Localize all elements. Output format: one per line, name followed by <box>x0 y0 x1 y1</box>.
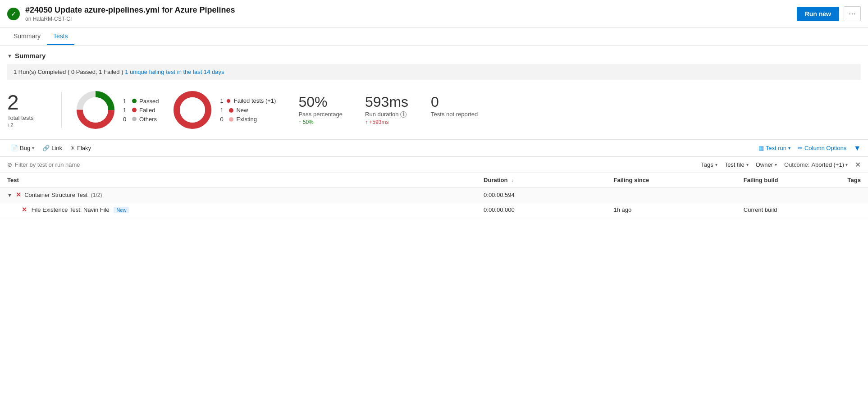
others-label: Others <box>139 116 157 123</box>
passed-label: Passed <box>139 98 159 105</box>
table-header-row: Test Duration ↓ Failing since Failing bu… <box>0 173 868 187</box>
col-tags: Tags <box>841 173 868 187</box>
pass-pct-change: ↑ 50% <box>298 119 343 125</box>
child-test-name: File Existence Test: Navin File <box>32 206 110 213</box>
failed-tests-title: 1 Failed tests (+1) <box>220 97 276 104</box>
outcome-filter: Outcome: Aborted (+1) ▾ <box>784 161 848 168</box>
filter-left: ⊘ <box>7 161 105 168</box>
group-cell-duration: 0:00:00.594 <box>476 187 606 202</box>
filter-bar: ⊘ Tags ▾ Test file ▾ Owner ▾ Outcome: Ab… <box>0 157 868 173</box>
tags-caret: ▾ <box>715 162 717 167</box>
header: ✓ #24050 Update azure-pipelines.yml for … <box>0 0 868 28</box>
info-icon: i <box>400 111 407 118</box>
owner-dropdown[interactable]: Owner ▾ <box>756 161 777 168</box>
pass-fail-chart-area: 1 Passed 1 Failed 0 Others <box>75 90 159 130</box>
new-count: 1 <box>220 107 226 114</box>
filter-right: Tags ▾ Test file ▾ Owner ▾ Outcome: Abor… <box>701 160 861 169</box>
col-failing-build: Failing build <box>736 173 841 187</box>
total-tests-change: +2 <box>7 122 48 128</box>
more-options-button[interactable]: ⋯ <box>844 6 861 21</box>
test-run-icon: ▦ <box>758 145 764 151</box>
group-cell-name: ▼ ✕ Container Structure Test (1/2) <box>0 187 476 202</box>
run-duration-label: Run duration i <box>365 111 408 118</box>
metric-run-duration: 593ms Run duration i ↑ +593ms <box>365 95 408 125</box>
link-button[interactable]: 🔗 Link <box>39 142 66 154</box>
toolbar-right: ▦ Test run ▾ ✏ Column Options ▼ <box>758 144 861 152</box>
test-table: Test Duration ↓ Failing since Failing bu… <box>0 173 868 217</box>
svg-point-3 <box>83 97 108 123</box>
info-bar: 1 Run(s) Completed ( 0 Passed, 1 Failed … <box>7 64 861 80</box>
success-icon: ✓ <box>7 8 20 20</box>
bug-button[interactable]: 📄 Bug ▾ <box>7 142 38 154</box>
tags-dropdown[interactable]: Tags ▾ <box>701 161 717 168</box>
group-cell-failing-build <box>736 187 841 202</box>
failed-dot <box>132 108 137 112</box>
existing-label: Existing <box>236 116 257 123</box>
tab-tests[interactable]: Tests <box>47 28 74 45</box>
child-fail-icon: ✕ <box>22 206 27 213</box>
others-count: 0 <box>123 116 129 123</box>
outcome-label: Outcome: <box>784 161 809 168</box>
existing-count: 0 <box>220 116 226 123</box>
legend-item-passed: 1 Passed <box>123 98 159 105</box>
page-title: #24050 Update azure-pipelines.yml for Az… <box>25 5 235 15</box>
new-label: New <box>236 107 248 114</box>
table-row: ▼ ✕ Container Structure Test (1/2) 0:00:… <box>0 187 868 202</box>
section-header[interactable]: ▼ Summary <box>7 52 861 59</box>
run-new-button[interactable]: Run new <box>797 7 839 21</box>
failing-test-link[interactable]: 1 unique failing test in the last 14 day… <box>125 68 224 75</box>
summary-section: ▼ Summary 1 Run(s) Completed ( 0 Passed,… <box>0 46 868 139</box>
toolbar-left: 📄 Bug ▾ 🔗 Link ✳ Flaky <box>7 142 95 154</box>
test-file-dropdown[interactable]: Test file ▾ <box>725 161 749 168</box>
filter-btn[interactable]: ▼ <box>854 144 861 152</box>
close-filter-button[interactable]: ✕ <box>855 160 861 169</box>
test-file-caret: ▾ <box>746 162 749 167</box>
link-icon: 🔗 <box>42 145 50 151</box>
group-fail-icon: ✕ <box>16 191 21 198</box>
new-dot <box>229 108 233 113</box>
not-reported-value: 0 <box>431 95 478 109</box>
passed-count: 1 <box>123 98 129 105</box>
metrics-area: 50% Pass percentage ↑ 50% 593ms Run dura… <box>289 95 478 125</box>
column-options-btn[interactable]: ✏ Column Options <box>798 145 846 151</box>
outcome-value[interactable]: Aborted (+1) ▾ <box>811 161 848 168</box>
chevron-down-icon: ▼ <box>7 53 12 59</box>
col-test: Test <box>0 173 476 187</box>
group-cell-tags <box>841 187 868 202</box>
test-run-caret: ▾ <box>788 146 790 151</box>
group-toggle-icon[interactable]: ▼ <box>7 192 12 198</box>
new-badge: New <box>114 207 129 213</box>
total-tests-block: 2 Total tests +2 <box>7 92 48 128</box>
pass-fail-legend: 1 Passed 1 Failed 0 Others <box>123 98 159 123</box>
info-bar-text: 1 Run(s) Completed ( 0 Passed, 1 Failed … <box>14 68 123 75</box>
legend-item-others: 0 Others <box>123 116 159 123</box>
bug-icon: 📄 <box>11 145 18 151</box>
svg-point-6 <box>180 97 205 123</box>
toolbar: 📄 Bug ▾ 🔗 Link ✳ Flaky ▦ Test run ▾ ✏ Co… <box>0 139 868 157</box>
metric-pass-pct: 50% Pass percentage ↑ 50% <box>298 95 343 125</box>
stats-area: 2 Total tests +2 <box>7 87 861 133</box>
flaky-button[interactable]: ✳ Flaky <box>67 142 95 154</box>
failed-dot-sm <box>227 99 230 103</box>
total-tests-count: 2 <box>7 92 48 113</box>
filter-icon: ▼ <box>854 144 861 152</box>
others-dot <box>132 117 137 121</box>
col-duration[interactable]: Duration ↓ <box>476 173 606 187</box>
run-duration-value: 593ms <box>365 95 408 109</box>
child-cell-failing-build: Current build <box>736 202 841 217</box>
header-title-area: #24050 Update azure-pipelines.yml for Az… <box>25 5 235 22</box>
metric-not-reported: 0 Tests not reported <box>431 95 478 118</box>
outcome-caret: ▾ <box>845 162 848 167</box>
total-tests-label: Total tests <box>7 114 48 121</box>
pass-fail-donut <box>75 90 116 130</box>
filter-input[interactable] <box>15 161 105 168</box>
legend-item-failed: 1 Failed <box>123 107 159 114</box>
not-reported-label: Tests not reported <box>431 111 478 118</box>
failed-chart-area: 1 Failed tests (+1) 1 New 0 Existing <box>172 90 276 130</box>
filter-search-icon: ⊘ <box>7 161 12 168</box>
pass-pct-label: Pass percentage <box>298 111 343 118</box>
legend-item-new: 1 New <box>220 107 276 114</box>
test-run-selector[interactable]: ▦ Test run ▾ <box>758 145 790 151</box>
tab-summary[interactable]: Summary <box>7 28 47 45</box>
child-cell-name: ✕ File Existence Test: Navin File New <box>0 202 476 217</box>
